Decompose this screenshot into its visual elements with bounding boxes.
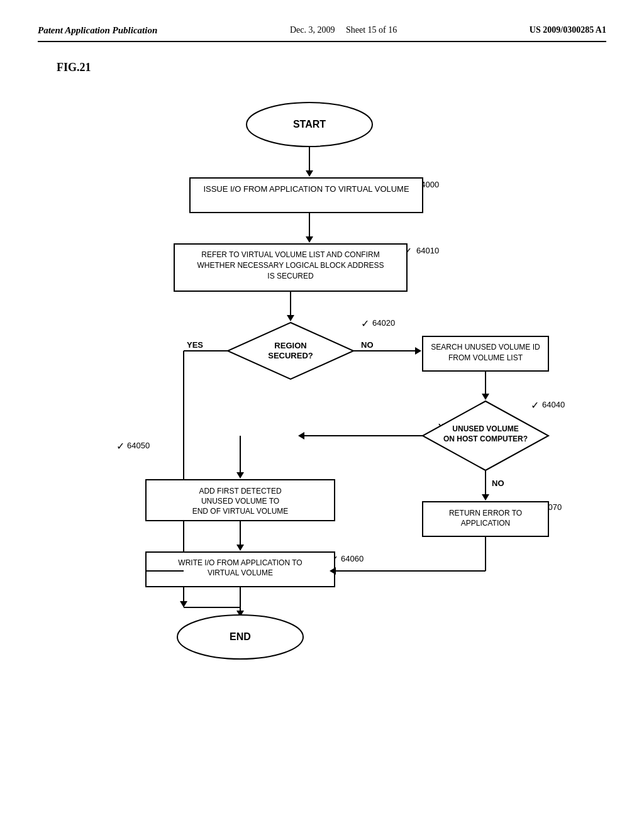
step-64020-text-1: REGION xyxy=(274,341,306,350)
step-64030-text-1: SEARCH UNUSED VOLUME ID xyxy=(431,343,540,351)
flowchart: START 64000 ✓ ISSUE I/O FROM APPLICATION… xyxy=(64,87,580,778)
no-label-2: NO xyxy=(492,479,504,488)
figure-label: FIG.21 xyxy=(57,61,606,74)
step-64050-text-3: END OF VIRTUAL VOLUME xyxy=(192,507,289,516)
svg-marker-2 xyxy=(306,170,313,177)
step-64000-text: ISSUE I/O FROM APPLICATION TO VIRTUAL VO… xyxy=(203,184,409,194)
step-64010-text-1: REFER TO VIRTUAL VOLUME LIST AND CONFIRM xyxy=(201,250,379,259)
patent-number: US 2009/0300285 A1 xyxy=(530,25,606,35)
svg-marker-10 xyxy=(287,315,294,321)
svg-marker-32 xyxy=(236,472,244,479)
step-64060-text-1: WRITE I/O FROM APPLICATION TO xyxy=(178,558,302,567)
step-64050-label: 64050 xyxy=(127,441,150,450)
step-64050-text-1: ADD FIRST DETECTED xyxy=(199,487,281,495)
step-64010-text-3: IS SECURED xyxy=(267,272,314,280)
svg-marker-17 xyxy=(415,347,421,355)
no-label-1: NO xyxy=(361,340,374,350)
step-64050-text-2: UNUSED VOLUME TO xyxy=(201,497,279,506)
svg-text:✓: ✓ xyxy=(116,441,125,451)
start-label: START xyxy=(293,119,326,130)
step-64070-text-1: RETURN ERROR TO xyxy=(449,509,522,517)
page: Patent Application Publication Dec. 3, 2… xyxy=(0,0,644,830)
step-64020-label: 64020 xyxy=(372,318,395,328)
publication-label: Patent Application Publication xyxy=(38,25,157,36)
svg-marker-35 xyxy=(236,545,244,551)
step-64060-label: 64060 xyxy=(341,554,364,563)
step-64030-text-2: FROM VOLUME LIST xyxy=(448,353,523,362)
sheet-label: Sheet 15 of 16 xyxy=(346,25,397,35)
page-header: Patent Application Publication Dec. 3, 2… xyxy=(38,25,606,42)
svg-marker-27 xyxy=(482,494,489,501)
yes-label-1: YES xyxy=(187,340,203,350)
step-64070-text-2: APPLICATION xyxy=(461,519,510,528)
svg-text:✓: ✓ xyxy=(361,318,369,329)
svg-marker-25 xyxy=(298,432,304,440)
step-64040-label: 64040 xyxy=(542,400,565,409)
date-label: Dec. 3, 2009 xyxy=(290,25,335,35)
svg-marker-15 xyxy=(180,601,187,607)
svg-marker-6 xyxy=(306,236,313,243)
step-64060-text-2: VIRTUAL VOLUME xyxy=(208,568,273,577)
step-64040-text-1: UNUSED VOLUME xyxy=(452,424,518,433)
svg-marker-21 xyxy=(482,394,489,400)
end-label: END xyxy=(230,631,251,642)
step-64010-text-2: WHETHER NECESSARY LOGICAL BLOCK ADDRESS xyxy=(197,261,384,270)
header-center: Dec. 3, 2009 Sheet 15 of 16 xyxy=(290,25,397,35)
step-64010-label: 64010 xyxy=(416,246,439,255)
step-64040-text-2: ON HOST COMPUTER? xyxy=(443,434,528,443)
svg-text:✓: ✓ xyxy=(531,400,539,411)
step-64020-text-2: SECURED? xyxy=(268,351,313,360)
svg-rect-4 xyxy=(190,178,423,213)
